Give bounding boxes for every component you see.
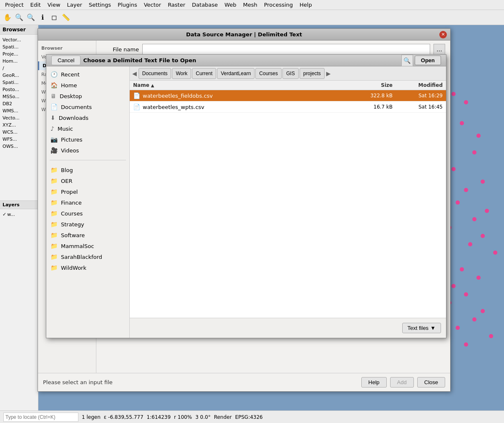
fd-sidebar-strategy[interactable]: 📁 Strategy [46, 219, 129, 230]
breadcrumb-courses[interactable]: Courses [255, 68, 282, 79]
layers-header: Layers [0, 201, 38, 209]
browser-spat2[interactable]: Spati... [1, 79, 37, 86]
menu-help[interactable]: Help [296, 1, 315, 9]
menu-mesh[interactable]: Mesh [239, 1, 260, 9]
identify[interactable]: ℹ [37, 12, 48, 23]
fd-sidebar-documents[interactable]: 📄 Documents [46, 101, 129, 112]
browser-mss[interactable]: MSSo... [1, 93, 37, 100]
browser-header: Browser [0, 25, 38, 35]
menu-layer[interactable]: Layer [64, 1, 86, 9]
browser-spatial[interactable]: Spati... [1, 43, 37, 51]
fd-sidebar-software[interactable]: 📁 Software [46, 230, 129, 241]
fd-sidebar-mammalsoc[interactable]: 📁 MammalSoc [46, 241, 129, 251]
menu-web[interactable]: Web [221, 1, 239, 9]
dsm-browse-button[interactable]: ... [433, 44, 445, 55]
fd-sidebar-home[interactable]: 🏠 Home [46, 80, 129, 91]
browser-wcs[interactable]: WCS... [1, 129, 37, 136]
map-dot [472, 217, 476, 221]
map-dot [456, 200, 460, 205]
browser-geo[interactable]: GeoR... [1, 72, 37, 79]
fd-col-size[interactable]: Size [355, 82, 393, 88]
fd-sidebar-propel[interactable]: 📁 Propel [46, 186, 129, 197]
fd-search-button[interactable]: 🔍 [401, 55, 413, 66]
browser-post[interactable]: Posto... [1, 86, 37, 93]
zoom-in[interactable]: 🔍 [13, 12, 25, 23]
breadcrumb-documents[interactable]: Documents [139, 68, 171, 79]
fd-sidebar-wildwork[interactable]: 📁 WildWork [46, 262, 129, 273]
menu-database[interactable]: Database [189, 1, 221, 9]
fd-sidebar-pictures[interactable]: 📷 Pictures [46, 134, 129, 145]
dsm-title: Data Source Manager | Delimited Text [186, 31, 302, 38]
fd-file-row-1[interactable]: 📄 waterbeetles_fieldobs.csv 322.8 kB Sat… [130, 90, 446, 101]
menu-edit[interactable]: Edit [27, 1, 44, 9]
layer-item[interactable]: ✓w... [1, 211, 37, 218]
dsm-add-button[interactable]: Add [390, 377, 414, 388]
browser-vector[interactable]: Vector... [1, 36, 37, 43]
fd-col-modified[interactable]: Modified [393, 82, 443, 88]
fd-footer: Text files ▼ [130, 318, 446, 338]
fd-sidebar-sarahblackford[interactable]: 📁 SarahBlackford [46, 251, 129, 262]
fd-sidebar-finance-label: Finance [61, 200, 82, 206]
fd-sidebar-videos[interactable]: 🎥 Videos [46, 145, 129, 156]
breadcrumb-work[interactable]: Work [172, 68, 191, 79]
fd-sidebar-music[interactable]: ♪ Music [46, 123, 129, 134]
menu-project[interactable]: Project [2, 1, 27, 9]
browser-db2[interactable]: DB2 [1, 100, 37, 107]
browser-project[interactable]: Proje... [1, 51, 37, 58]
browser-home[interactable]: Hom... [1, 58, 37, 65]
fd-sidebar-mammalsoc-label: MammalSoc [61, 243, 94, 249]
breadcrumb-back-arrow[interactable]: ◀ [131, 70, 138, 77]
breadcrumb-verdantlearn[interactable]: VerdantLearn [217, 68, 255, 79]
browser-wfs[interactable]: WFS... [1, 136, 37, 143]
pictures-icon: 📷 [50, 136, 58, 143]
browser-vec2[interactable]: Vecto... [1, 114, 37, 122]
fd-sidebar-oer[interactable]: 📁 OER [46, 175, 129, 186]
menu-raster[interactable]: Raster [164, 1, 189, 9]
dsm-close-button[interactable]: Close [417, 377, 445, 388]
zoom-out[interactable]: 🔍 [25, 12, 37, 23]
browser-xyz[interactable]: XYZ... [1, 122, 37, 129]
fd-open-button[interactable]: Open [415, 56, 441, 65]
menu-vector[interactable]: Vector [141, 1, 164, 9]
menu-view[interactable]: View [44, 1, 64, 9]
measure[interactable]: 📏 [60, 12, 72, 23]
fd-sidebar-documents-label: Documents [61, 104, 92, 110]
fd-sidebar-finance[interactable]: 📁 Finance [46, 197, 129, 208]
select[interactable]: ◻ [48, 12, 60, 23]
fd-file-name-1: 📄 waterbeetles_fieldobs.csv [133, 92, 355, 99]
fd-sidebar-courses[interactable]: 📁 Courses [46, 208, 129, 219]
sort-arrow-icon: ▲ [151, 83, 154, 88]
breadcrumb-forward-arrow[interactable]: ▶ [325, 70, 332, 77]
fd-sidebar-blog-label: Blog [61, 167, 73, 173]
breadcrumb-projects[interactable]: projects [300, 68, 325, 79]
menu-processing[interactable]: Processing [261, 1, 296, 9]
layers-panel: Layers ✓w... [0, 200, 38, 251]
breadcrumb-current[interactable]: Current [192, 68, 216, 79]
render-label: Render [214, 414, 232, 420]
browser-ows[interactable]: OWS... [1, 143, 37, 150]
locate-input[interactable] [3, 413, 78, 422]
fd-col-name[interactable]: Name ▲ [133, 82, 355, 88]
map-dot [485, 209, 489, 213]
menu-plugins[interactable]: Plugins [114, 1, 141, 9]
fd-sidebar-desktop[interactable]: 🖥 Desktop [46, 91, 129, 101]
fd-cancel-button[interactable]: Cancel [51, 56, 81, 65]
fd-sidebar-downloads[interactable]: ⬇ Downloads [46, 112, 129, 123]
dsm-help-button[interactable]: Help [361, 377, 387, 388]
dsm-filename-input[interactable] [142, 44, 430, 55]
fd-filter-button[interactable]: Text files ▼ [402, 323, 441, 333]
browser-root[interactable]: / [1, 65, 37, 72]
dsm-close-button[interactable]: ✕ [439, 31, 447, 38]
folder-icon: 📁 [50, 221, 58, 228]
coords-display: ε -6.839,55.777 [104, 414, 144, 420]
browser-wms[interactable]: WMS... [1, 107, 37, 114]
fd-sidebar-downloads-label: Downloads [59, 115, 88, 121]
fd-file-row-2[interactable]: 📄 waterbeetles_wpts.csv 16.7 kB Sat 16:4… [130, 101, 446, 113]
menu-settings[interactable]: Settings [86, 1, 114, 9]
fd-sidebar-blog[interactable]: 📁 Blog [46, 165, 129, 175]
breadcrumb-gis[interactable]: GIS [282, 68, 299, 79]
pan-tool[interactable]: ✋ [2, 12, 13, 23]
status-bar: 1 legen ε -6.839,55.777 1:614239 r 100% … [0, 410, 504, 423]
fd-sidebar-recent[interactable]: 🕐 Recent [46, 69, 129, 80]
home-icon: 🏠 [50, 82, 58, 89]
